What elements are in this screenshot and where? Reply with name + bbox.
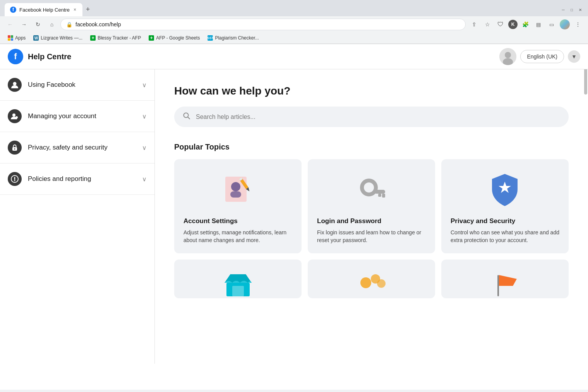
tab-favicon-letter: f (12, 7, 14, 12)
svg-point-8 (14, 148, 15, 150)
bookmark-afp-label: AFP - Google Sheets (156, 35, 200, 41)
lizgrace-icon: W (33, 35, 39, 41)
privacy-safety-label: Privacy, safety and security (28, 144, 136, 151)
policies-reporting-label: Policies and reporting (28, 175, 136, 183)
blessy-icon: + (90, 35, 96, 41)
share-button[interactable]: ⇪ (469, 19, 480, 30)
security-icon: 🔒 (66, 22, 72, 28)
afp-icon: + (149, 35, 154, 41)
managing-account-chevron: ∨ (142, 113, 147, 120)
address-bar[interactable]: 🔒 facebook.com/help (60, 19, 466, 30)
sidebar: Using Facebook ∨ Managing your account (0, 69, 155, 364)
browser-tab-facebook-help[interactable]: f Facebook Help Centre × (5, 3, 82, 16)
managing-account-label: Managing your account (28, 112, 136, 120)
k-extension-button[interactable]: K (508, 20, 518, 29)
language-button[interactable]: English (UK) (520, 50, 564, 63)
svg-point-12 (184, 113, 189, 118)
sidebar-item-using-facebook[interactable]: Using Facebook ∨ (0, 69, 154, 101)
bookmark-plagiarism[interactable]: SST Plagiarism Checker... (204, 34, 262, 42)
sidebar-item-privacy-safety[interactable]: Privacy, safety and security ∨ (0, 132, 154, 163)
back-button[interactable]: ← (5, 19, 15, 30)
toolbar-right: ⇪ ☆ 🛡 K 🧩 ▤ ▭ ⋮ (469, 19, 583, 30)
cast-button[interactable]: ▤ (533, 19, 544, 30)
language-dropdown-button[interactable]: ▼ (568, 50, 580, 63)
sidebar-item-policies-reporting[interactable]: Policies and reporting ∨ (0, 163, 154, 195)
home-button[interactable]: ⌂ (46, 19, 57, 30)
managing-account-icon (8, 109, 22, 123)
svg-point-3 (13, 82, 17, 86)
tab-close-button[interactable]: × (73, 6, 77, 13)
svg-point-15 (231, 182, 240, 191)
login-password-desc: Fix login issues and learn how to change… (317, 229, 426, 244)
policies-reporting-icon (8, 172, 22, 186)
svg-rect-22 (374, 190, 385, 194)
privacy-safety-icon (8, 141, 22, 155)
svg-rect-23 (382, 194, 385, 198)
popular-topics-heading: Popular Topics (174, 143, 569, 151)
marketplace-illustration (223, 271, 254, 298)
bottom-partial-topics (174, 260, 569, 298)
new-tab-button[interactable]: + (82, 4, 93, 15)
account-settings-illustration (219, 172, 256, 209)
plagiarism-icon: SST (207, 35, 213, 41)
more-menu-button[interactable]: ⋮ (573, 19, 583, 30)
svg-rect-24 (378, 194, 381, 197)
help-heading: How can we help you? (174, 85, 569, 97)
bookmark-afp[interactable]: + AFP - Google Sheets (146, 34, 203, 42)
topics-grid: Account Settings Adjust settings, manage… (174, 159, 569, 253)
svg-point-1 (505, 52, 511, 58)
svg-point-4 (12, 113, 15, 117)
minimize-button[interactable]: ─ (560, 7, 566, 13)
extensions-button[interactable]: 🧩 (520, 19, 531, 30)
shield-extension-button[interactable]: 🛡 (495, 19, 506, 30)
header-user-avatar[interactable] (499, 48, 516, 65)
login-password-title: Login and Password (317, 217, 426, 225)
privacy-safety-chevron: ∨ (142, 144, 147, 151)
bookmarks-bar: Apps W Lizgrace Writes —... + Blessy Tra… (0, 33, 588, 44)
topic-card-login-password[interactable]: Login and Password Fix login issues and … (308, 159, 435, 253)
search-input[interactable] (196, 113, 560, 120)
profile-button[interactable] (559, 19, 570, 30)
profile-avatar (560, 19, 570, 29)
svg-point-28 (360, 277, 371, 288)
sidebar-item-managing-account[interactable]: Managing your account ∨ (0, 101, 154, 132)
address-bar-row: ← → ↻ ⌂ 🔒 facebook.com/help ⇪ ☆ 🛡 K 🧩 ▤ … (0, 16, 588, 33)
window-controls: ─ □ ✕ (560, 7, 583, 13)
help-centre-title: Help Centre (28, 52, 71, 61)
refresh-button[interactable]: ↻ (33, 19, 43, 30)
bookmark-blessy-label: Blessy Tracker - AFP (98, 35, 141, 41)
maximize-button[interactable]: □ (569, 7, 575, 13)
partial-icon-2 (317, 271, 426, 298)
topic-card-account-settings[interactable]: Account Settings Adjust settings, manage… (174, 159, 302, 253)
partial-icon-3 (451, 271, 559, 298)
fb-logo[interactable]: f (8, 49, 23, 64)
split-screen-button[interactable]: ▭ (546, 19, 557, 30)
topic-card-partial-1[interactable] (174, 260, 302, 298)
login-password-illustration (354, 173, 389, 208)
login-password-icon-area (317, 171, 426, 210)
bookmark-apps[interactable]: Apps (5, 34, 29, 42)
svg-point-21 (362, 181, 376, 194)
account-settings-icon-area (183, 171, 292, 210)
search-bar (174, 107, 569, 127)
topic-card-privacy-security[interactable]: Privacy and Security Control who can see… (441, 159, 569, 253)
close-window-button[interactable]: ✕ (577, 7, 583, 13)
privacy-security-desc: Control who can see what you share and a… (451, 229, 559, 244)
svg-point-11 (14, 180, 15, 181)
bookmark-plagiarism-label: Plagiarism Checker... (215, 35, 259, 41)
privacy-security-icon-area (451, 171, 559, 210)
privacy-security-illustration (489, 172, 521, 209)
svg-rect-31 (497, 275, 499, 296)
page-scroll-area: f Help Centre English (UK) ▼ (0, 44, 588, 390)
title-bar: f Facebook Help Centre × + ─ □ ✕ (0, 0, 588, 16)
scrollbar-track (583, 44, 588, 390)
bookmark-lizgrace[interactable]: W Lizgrace Writes —... (30, 34, 86, 42)
bookmark-star-button[interactable]: ☆ (482, 19, 493, 30)
topic-card-partial-3[interactable] (441, 260, 569, 298)
bookmark-blessy[interactable]: + Blessy Tracker - AFP (87, 34, 144, 42)
url-text: facebook.com/help (75, 21, 460, 28)
forward-button[interactable]: → (19, 19, 29, 30)
svg-line-13 (188, 117, 190, 119)
page-wrapper: f Help Centre English (UK) ▼ (0, 44, 588, 390)
topic-card-partial-2[interactable] (308, 260, 435, 298)
